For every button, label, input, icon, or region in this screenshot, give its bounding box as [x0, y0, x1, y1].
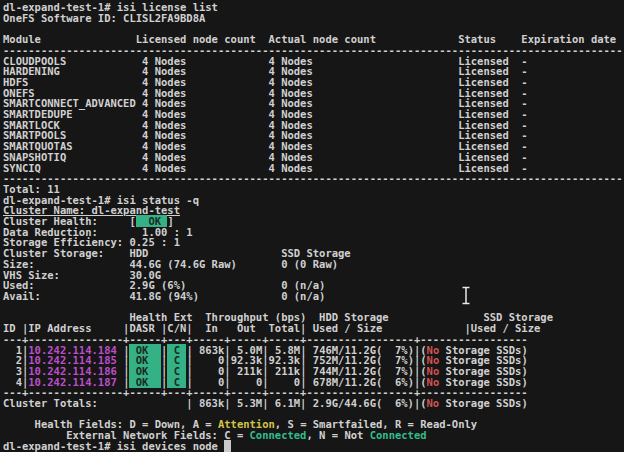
text-cursor [224, 440, 230, 452]
connected-text: Connected [370, 429, 427, 441]
terminal-text: OneFS Software ID: CLISL2FA9BD8A [3, 12, 205, 24]
terminal-text: Avail: 41.8G (94%) 0 (n/a) [3, 290, 325, 302]
terminal-line: Avail: 41.8G (94%) 0 (n/a) [3, 291, 624, 302]
terminal-line: ----------------------------------------… [3, 173, 624, 184]
connected-text: Connected [250, 429, 307, 441]
terminal-text: ----------------------------------------… [3, 172, 623, 184]
terminal-screen[interactable]: dl-expand-test-1# isi license listOneFS … [0, 0, 624, 452]
terminal-line: Cluster Totals: | 863k| 5.3M| 6.1M| 2.9G… [3, 398, 624, 409]
terminal-text: dl-expand-test-1# isi devices node [3, 440, 224, 452]
terminal-line: dl-expand-test-1# isi devices node [3, 441, 624, 452]
terminal-text: Cluster Totals: | 863k| 5.3M| 6.1M| 2.9G… [3, 397, 427, 409]
terminal-text: Storage SSDs) [439, 397, 528, 409]
terminal-text: , N = Not [306, 429, 369, 441]
warning-text: No [427, 397, 440, 409]
terminal-line: OneFS Software ID: CLISL2FA9BD8A [3, 13, 624, 24]
terminal-output: dl-expand-test-1# isi license listOneFS … [0, 0, 624, 452]
